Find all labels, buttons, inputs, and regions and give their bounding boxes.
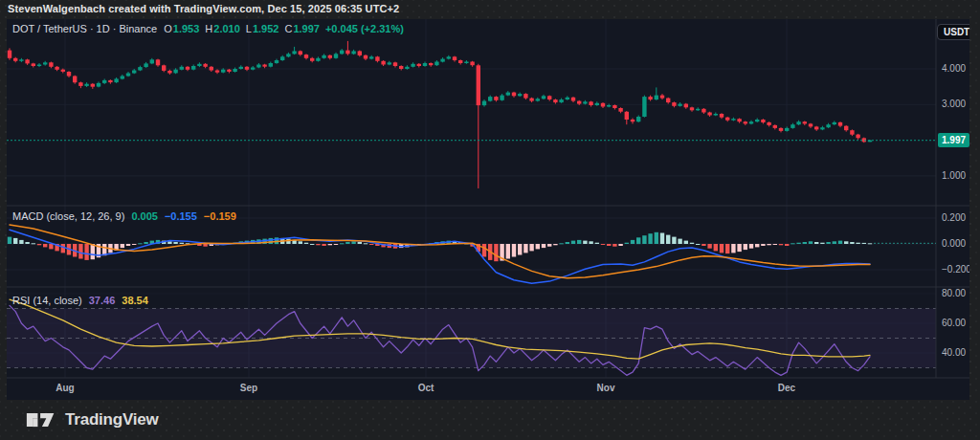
macd-tick-label: −0.200 xyxy=(942,264,969,275)
rsi-tick-label: 60.00 xyxy=(942,318,966,329)
rsi-band xyxy=(7,309,936,368)
tradingview-brand: TradingView xyxy=(65,410,159,429)
last-price-badge: 1.997 xyxy=(938,133,969,147)
time-tick-label: Aug xyxy=(56,383,74,393)
price-tick-label: 1.000 xyxy=(942,170,966,182)
macd-tick-label: 0.200 xyxy=(942,212,966,224)
chart-canvas[interactable] xyxy=(7,19,969,400)
macd-line xyxy=(10,230,870,283)
price-tick-label: 3.000 xyxy=(942,99,966,110)
time-tick-label: Nov xyxy=(597,383,615,393)
chart-container: DOT / TetherUS · 1D · Binance O1.953 H2.… xyxy=(7,19,969,400)
candles-layer xyxy=(7,41,936,188)
time-tick-label: Oct xyxy=(418,383,434,393)
macd-lines xyxy=(10,225,870,283)
macd-histogram xyxy=(8,232,936,261)
footer-bar: TradingView xyxy=(0,400,980,440)
currency-axis-button[interactable]: USDT xyxy=(937,24,969,40)
tradingview-logo-icon xyxy=(26,408,56,431)
rsi-tick-label: 80.00 xyxy=(942,288,966,299)
time-tick-label: Dec xyxy=(778,383,795,393)
rsi-tick-label: 40.00 xyxy=(942,347,966,359)
attribution-text: StevenWalgenbach created with TradingVie… xyxy=(8,3,399,14)
time-tick-label: Sep xyxy=(240,383,257,393)
macd-tick-label: 0.000 xyxy=(942,238,966,250)
price-tick-label: 4.000 xyxy=(942,63,966,75)
